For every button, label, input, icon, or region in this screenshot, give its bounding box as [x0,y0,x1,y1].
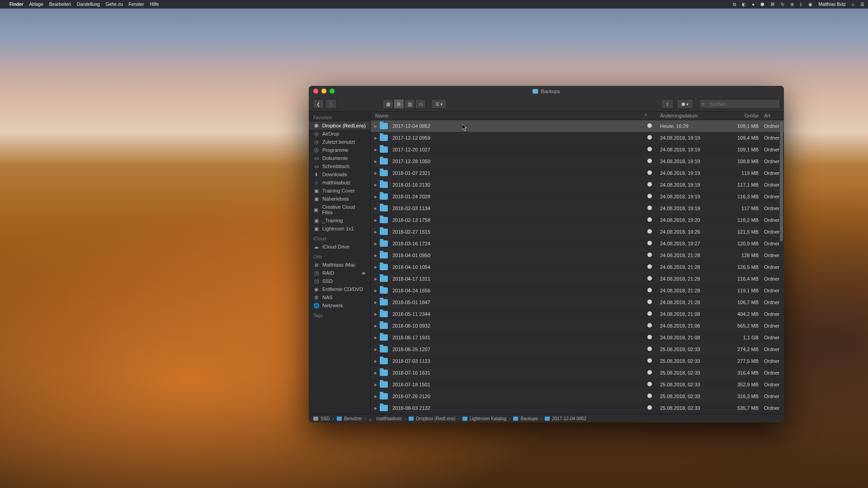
sync-icon[interactable]: ↻ [781,2,784,7]
table-row[interactable]: ▶2018-07-18 150125.08.2018, 02:33352,9 M… [371,379,784,390]
disclosure-triangle-icon[interactable]: ▶ [374,253,378,258]
sidebar-item[interactable]: ▣_Training [309,216,370,225]
disclosure-triangle-icon[interactable]: ▶ [374,148,378,152]
table-row[interactable]: ▶2018-06-25 120725.08.2018, 02:33274,2 M… [371,343,784,355]
disclosure-triangle-icon[interactable]: ▶ [374,124,378,128]
table-row[interactable]: ▶2018-04-01 095024.08.2018, 21:28128 MBO… [371,249,784,261]
column-name[interactable]: Name [371,113,642,118]
search-input[interactable] [699,99,780,109]
table-row[interactable]: ▶2018-07-03 112325.08.2018, 02:33277,5 M… [371,355,784,367]
drop-icon[interactable]: ● [752,2,755,7]
table-row[interactable]: ▶2018-08-03 213225.08.2018, 02:33535,7 M… [371,402,784,414]
disclosure-triangle-icon[interactable]: ▶ [374,160,378,164]
disclosure-triangle-icon[interactable]: ▶ [374,336,378,340]
sidebar-item[interactable]: ▣Training Cover [309,187,370,195]
view-icon-button[interactable]: ▦ [382,99,393,109]
disclosure-triangle-icon[interactable]: ▶ [374,265,378,269]
share-button[interactable]: ⇪ [661,99,674,109]
table-row[interactable]: ▶2018-06-10 093224.08.2018, 21:06565,2 M… [371,320,784,332]
table-row[interactable]: ▶2018-04-17 131124.08.2018, 21:28116,4 M… [371,273,784,285]
screen-record-icon[interactable]: ⧉ [733,2,736,7]
column-size[interactable]: Größe [722,113,761,118]
dropbox-button[interactable]: ⬢ ▾ [676,99,693,109]
menubar-username[interactable]: Matthias Butz [818,2,846,7]
table-row[interactable]: ▶2018-02-27 151524.08.2018, 19:26121,5 M… [371,226,784,238]
table-row[interactable]: ▶2018-05-11 234424.08.2018, 21:08404,2 M… [371,308,784,320]
menubar-item[interactable]: Darstellung [77,2,100,7]
view-columns-button[interactable]: ▥ [404,99,415,109]
breadcrumb-item[interactable]: Dropbox (RedLens) [409,416,455,421]
disclosure-triangle-icon[interactable]: ▶ [374,312,378,316]
column-cloud[interactable]: ^ [642,113,657,118]
disclosure-triangle-icon[interactable]: ▶ [374,183,378,187]
column-kind[interactable]: Art [761,113,784,118]
eject-icon[interactable]: ⏏ [362,271,366,275]
dropbox-icon[interactable]: ⬢ [760,2,764,7]
breadcrumb-item[interactable]: SSD [313,416,330,421]
cc-icon[interactable]: ⌘ [770,2,775,7]
disclosure-triangle-icon[interactable]: ▶ [374,171,378,175]
sidebar-item[interactable]: ◎AirDrop [309,130,370,138]
table-row[interactable]: ▶2018-06-17 193124.08.2018, 21:081,1 GBO… [371,332,784,343]
forward-button[interactable]: ❯ [325,99,337,109]
breadcrumb-item[interactable]: ⌂matthiasbutz [369,416,402,421]
sidebar-item[interactable]: ◉Entfernte CD/DVD [309,285,370,293]
table-row[interactable]: ▶2018-05-01 184724.08.2018, 21:28106,7 M… [371,296,784,308]
view-gallery-button[interactable]: ▭ [415,99,426,109]
zoom-button[interactable] [330,89,335,94]
sidebar-item[interactable]: ◳SSD [309,277,370,285]
disclosure-triangle-icon[interactable]: ▶ [374,300,378,305]
sidebar-item[interactable]: ⒶProgramme [309,146,370,154]
breadcrumb-item[interactable]: Backups [513,416,538,421]
disclosure-triangle-icon[interactable]: ▶ [374,230,378,234]
disclosure-triangle-icon[interactable]: ▶ [374,359,378,363]
table-row[interactable]: ▶2018-01-07 232124.08.2018, 19:19113 MBO… [371,167,784,179]
menubar-item[interactable]: Fenster [128,2,144,7]
table-row[interactable]: ▶2018-03-16 172424.08.2018, 19:27120,9 M… [371,238,784,249]
table-row[interactable]: ▶2018-02-03 113424.08.2018, 19:19117 MBO… [371,202,784,214]
table-row[interactable]: ▶2017-12-12 095924.08.2018, 19:19109,4 M… [371,132,784,144]
column-date[interactable]: Änderungsdatum [657,113,722,118]
disclosure-triangle-icon[interactable]: ▶ [374,394,378,399]
sidebar-item[interactable]: ▣Näherlebnis [309,195,370,203]
sidebar-item[interactable]: ⬇Downloads [309,170,370,178]
minimize-button[interactable] [321,89,326,94]
user-icon[interactable]: ◉ [808,2,812,7]
bt-icon[interactable]: ᛒ [800,2,802,7]
table-row[interactable]: ▶2018-04-10 105424.08.2018, 21:28126,5 M… [371,261,784,273]
sidebar-item[interactable]: ◷Zuletzt benutzt [309,138,370,146]
menubar-item[interactable]: Gehe zu [106,2,123,7]
table-row[interactable]: ▶2018-01-16 213024.08.2018, 19:19117,1 M… [371,179,784,191]
spotlight-icon[interactable]: ⌕ [852,2,854,7]
disclosure-triangle-icon[interactable]: ▶ [374,242,378,246]
disclosure-triangle-icon[interactable]: ▶ [374,218,378,222]
table-row[interactable]: ▶2018-07-26 212025.08.2018, 02:33316,3 M… [371,390,784,402]
breadcrumb-item[interactable]: 2017-12-04 0852 [545,416,586,421]
disclosure-triangle-icon[interactable]: ▶ [374,195,378,199]
breadcrumb-item[interactable]: Benutzer [337,416,362,421]
breadcrumb-item[interactable]: Lightroom Katalog [462,416,506,421]
menubar-item[interactable]: Bearbeiten [49,2,71,7]
disclosure-triangle-icon[interactable]: ▶ [374,206,378,211]
back-button[interactable]: ❮ [312,99,324,109]
sidebar-item[interactable]: ⬢Dropbox (RedLens) [309,122,370,130]
close-button[interactable] [313,89,318,94]
table-row[interactable]: ▶2017-12-20 102724.08.2018, 19:19109,1 M… [371,144,784,155]
sidebar-item[interactable]: ☁iCloud Drive [309,243,370,251]
disclosure-triangle-icon[interactable]: ▶ [374,406,378,410]
table-row[interactable]: ▶2018-02-13 175824.08.2018, 19:20118,2 M… [371,214,784,226]
sidebar-item[interactable]: ◳RAID⏏ [309,269,370,277]
disclosure-triangle-icon[interactable]: ▶ [374,277,378,281]
disclosure-triangle-icon[interactable]: ▶ [374,383,378,387]
menubar-app-name[interactable]: Finder [9,2,24,7]
sidebar-item[interactable]: ▣Creative Cloud Files [309,203,370,216]
table-row[interactable]: ▶2018-01-24 202824.08.2018, 19:19116,3 M… [371,191,784,202]
disclosure-triangle-icon[interactable]: ▶ [374,289,378,293]
scrollbar-thumb[interactable] [780,122,783,241]
sidebar-item[interactable]: ▭Schreibtisch [309,162,370,170]
sidebar-item[interactable]: ▭Dokumente [309,154,370,162]
table-row[interactable]: ▶2018-04-24 165624.08.2018, 21:28119,1 M… [371,285,784,296]
oval-icon[interactable]: ◐ [742,2,746,7]
menubar-item[interactable]: Hilfe [150,2,159,7]
table-row[interactable]: ▶2017-12-04 0852Heute, 16:29109,1 MBOrdn… [371,120,784,132]
